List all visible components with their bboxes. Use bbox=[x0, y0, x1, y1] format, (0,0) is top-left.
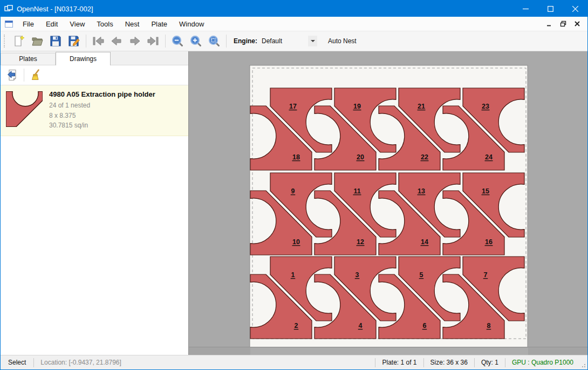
panel-toolbar-separator bbox=[24, 69, 24, 82]
menu-view[interactable]: View bbox=[64, 17, 91, 31]
qty-indicator: Qty: 1 bbox=[475, 359, 505, 366]
drawing-nested-count: 24 of 1 nested bbox=[49, 100, 155, 111]
drawing-thumbnail bbox=[6, 90, 43, 131]
last-arrow-icon bbox=[146, 35, 160, 48]
mdi-close-button[interactable] bbox=[570, 18, 584, 30]
part-number-label: 8 bbox=[487, 322, 491, 329]
part-number-label: 13 bbox=[418, 187, 425, 195]
part-number-label: 5 bbox=[420, 271, 423, 279]
zoom-fit-button[interactable] bbox=[205, 33, 223, 49]
close-button[interactable] bbox=[563, 1, 587, 17]
menu-window[interactable]: Window bbox=[173, 17, 210, 31]
menu-tools[interactable]: Tools bbox=[91, 17, 119, 31]
first-arrow-icon bbox=[91, 35, 105, 48]
cursor-location: Location: [-0.9437, 21.8796] bbox=[34, 359, 127, 366]
part-number-label: 10 bbox=[292, 238, 300, 246]
mdi-minimize-button[interactable] bbox=[542, 18, 556, 30]
nest-canvas[interactable]: 171819202122232491011121314151612345678 bbox=[188, 51, 587, 355]
next-plate-button[interactable] bbox=[126, 33, 144, 49]
next-arrow-icon bbox=[128, 35, 142, 48]
main-toolbar: Engine: Default Auto Nest bbox=[1, 31, 587, 51]
app-window: OpenNest - [N0317-002] File Edit View To… bbox=[0, 0, 588, 370]
tab-drawings[interactable]: Drawings bbox=[56, 52, 111, 65]
part-number-label: 11 bbox=[353, 187, 360, 195]
part-number-label: 17 bbox=[289, 103, 297, 110]
nest-plate-view[interactable]: 171819202122232491011121314151612345678 bbox=[189, 51, 587, 347]
toolbar-grip[interactable] bbox=[4, 35, 8, 48]
plate-indicator: Plate: 1 of 1 bbox=[375, 359, 423, 366]
resize-grip[interactable] bbox=[580, 355, 587, 369]
size-indicator: Size: 36 x 36 bbox=[424, 359, 474, 366]
gpu-indicator: GPU : Quadro P1000 bbox=[505, 359, 580, 366]
zoom-fit-icon bbox=[208, 35, 221, 48]
title-bar: OpenNest - [N0317-002] bbox=[1, 1, 587, 17]
part-number-label: 1 bbox=[291, 271, 295, 279]
panel-tabstrip: Plates Drawings bbox=[1, 51, 188, 65]
drawing-list-item[interactable]: 4980 A05 Extraction pipe holder 24 of 1 … bbox=[1, 85, 188, 136]
previous-plate-button[interactable] bbox=[107, 33, 126, 49]
part-number-label: 15 bbox=[482, 187, 489, 195]
part-number-label: 2 bbox=[295, 322, 298, 329]
menu-file[interactable]: File bbox=[17, 17, 40, 31]
menu-nest[interactable]: Nest bbox=[119, 17, 146, 31]
part-number-label: 20 bbox=[357, 153, 364, 161]
save-button[interactable] bbox=[46, 33, 65, 49]
drawing-area: 30.7815 sq/in bbox=[49, 120, 155, 131]
zoom-in-icon bbox=[189, 35, 202, 48]
left-panel: Plates Drawings bbox=[1, 51, 188, 355]
auto-nest-button[interactable]: Auto Nest bbox=[325, 36, 360, 46]
save-icon bbox=[49, 35, 62, 48]
horizontal-scrollbar[interactable] bbox=[189, 347, 587, 355]
page-back-arrow-icon bbox=[6, 69, 19, 82]
menu-plate[interactable]: Plate bbox=[145, 17, 173, 31]
zoom-out-button[interactable] bbox=[168, 33, 187, 49]
toolbar-separator bbox=[86, 35, 86, 48]
part-number-label: 22 bbox=[421, 153, 428, 161]
part-number-label: 9 bbox=[291, 187, 295, 195]
first-plate-button[interactable] bbox=[89, 33, 107, 49]
engine-combobox[interactable]: Default bbox=[261, 35, 317, 47]
document-window-icon[interactable] bbox=[1, 21, 17, 28]
part-number-label: 23 bbox=[482, 103, 489, 110]
chevron-down-icon bbox=[311, 40, 315, 42]
part-number-label: 18 bbox=[292, 153, 300, 161]
drawing-item-text: 4980 A05 Extraction pipe holder 24 of 1 … bbox=[49, 90, 155, 131]
open-button[interactable] bbox=[28, 33, 46, 49]
menu-bar: File Edit View Tools Nest Plate Window bbox=[1, 17, 587, 31]
engine-dropdown-button[interactable] bbox=[308, 36, 317, 46]
drawing-dimensions: 8 x 8.375 bbox=[49, 111, 155, 121]
new-button[interactable] bbox=[10, 33, 28, 49]
status-bar: Select Location: [-0.9437, 21.8796] Plat… bbox=[1, 355, 587, 369]
last-plate-button[interactable] bbox=[144, 33, 162, 49]
tab-plates[interactable]: Plates bbox=[1, 53, 56, 65]
main-area: Plates Drawings bbox=[1, 51, 587, 355]
drawing-title: 4980 A05 Extraction pipe holder bbox=[49, 90, 155, 98]
send-to-nest-button[interactable] bbox=[4, 67, 21, 83]
part-thumbnail-shape bbox=[6, 91, 43, 126]
menu-edit[interactable]: Edit bbox=[40, 17, 64, 31]
mdi-restore-button[interactable] bbox=[556, 18, 570, 30]
save-as-icon bbox=[67, 35, 80, 48]
new-document-icon bbox=[12, 35, 25, 48]
part-number-label: 19 bbox=[353, 103, 361, 110]
part-number-label: 6 bbox=[423, 322, 427, 329]
open-folder-icon bbox=[31, 35, 44, 48]
drawings-toolbar bbox=[1, 65, 188, 85]
part-number-label: 12 bbox=[357, 238, 364, 246]
clean-button[interactable] bbox=[27, 67, 44, 83]
minimize-button[interactable] bbox=[513, 1, 538, 17]
drawing-list-empty-area[interactable] bbox=[1, 136, 188, 355]
zoom-in-button[interactable] bbox=[187, 33, 205, 49]
toolbar-separator bbox=[226, 35, 227, 48]
scrollbar-thumb[interactable] bbox=[250, 348, 528, 355]
app-icon bbox=[1, 4, 17, 13]
part-number-label: 21 bbox=[418, 103, 425, 110]
previous-arrow-icon bbox=[110, 35, 124, 48]
maximize-button[interactable] bbox=[538, 1, 563, 17]
part-number-label: 7 bbox=[484, 271, 488, 279]
broom-icon bbox=[29, 69, 42, 82]
save-as-button[interactable] bbox=[65, 33, 83, 49]
engine-label: Engine: bbox=[234, 37, 257, 45]
part-number-label: 14 bbox=[421, 238, 428, 246]
part-number-label: 3 bbox=[355, 271, 359, 279]
